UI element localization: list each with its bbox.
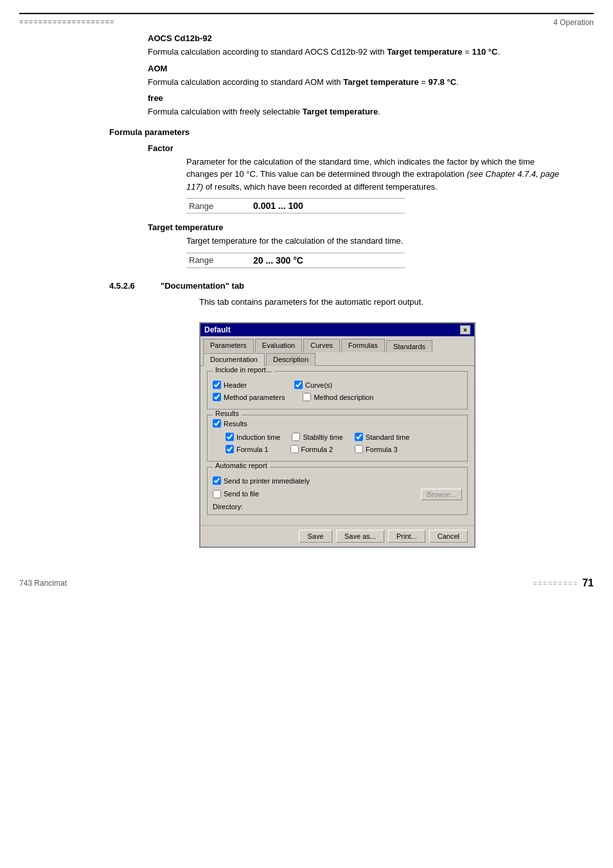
method-params-label: Method parameters <box>224 393 285 401</box>
include-row1: Header Curve(s) <box>213 381 462 390</box>
formula1-label: Formula 1 <box>236 446 269 453</box>
stability-label: Stabiltiy time <box>303 433 342 441</box>
dialog-container: Default × Parameters Evaluation Curves F… <box>199 322 475 548</box>
factor-label: Factor <box>148 143 568 153</box>
formula3-checkbox[interactable] <box>355 445 363 453</box>
cb-results-item: Results <box>213 419 247 428</box>
page-header: ==================== 4 Operation <box>19 13 594 27</box>
method-params-checkbox[interactable] <box>213 393 221 401</box>
main-content: AOCS Cd12b-92 Formula calculation accord… <box>148 33 568 548</box>
send-file-checkbox[interactable] <box>213 490 221 498</box>
send-printer-checkbox[interactable] <box>213 476 221 485</box>
aocs-desc: Formula calculation according to standar… <box>148 46 568 59</box>
cb-formula1-item: Formula 1 <box>226 445 269 453</box>
cb-formula2-item: Formula 2 <box>290 445 333 453</box>
aocs-section: AOCS Cd12b-92 Formula calculation accord… <box>148 33 568 118</box>
standard-label: Standard time <box>366 433 409 441</box>
factor-range-value: 0.001 ... 100 <box>253 201 303 211</box>
formula-params-heading: Formula parameters <box>109 127 568 137</box>
dialog-titlebar: Default × <box>200 323 474 336</box>
results-group: Results Results Induction time <box>207 415 468 462</box>
dialog-title: Default <box>204 325 231 334</box>
cb-method-params-item: Method parameters <box>213 393 285 401</box>
header-checkbox-label: Header <box>224 381 247 389</box>
include-group-title: Include in report... <box>213 366 274 374</box>
factor-range-label: Range <box>189 201 253 211</box>
tab-documentation[interactable]: Documentation <box>203 353 265 366</box>
formula1-checkbox[interactable] <box>226 445 234 453</box>
directory-row: Directory: <box>213 503 462 511</box>
send-printer-label: Send to printer immediately <box>224 477 310 485</box>
tab-curves[interactable]: Curves <box>303 339 340 352</box>
section-title: "Documentation" tab <box>161 281 244 291</box>
results-row1: Induction time Stabiltiy time Standard t… <box>226 433 462 442</box>
print-button[interactable]: Print... <box>388 530 425 543</box>
dialog-tabs: Parameters Evaluation Curves Formulas St… <box>200 336 474 366</box>
cb-method-desc-item: Method description <box>303 393 373 401</box>
browse-button[interactable]: Browse... <box>421 489 462 500</box>
dialog-window: Default × Parameters Evaluation Curves F… <box>199 322 475 548</box>
footer-right: ========= 71 <box>533 577 594 589</box>
send-file-label: Send to file <box>224 490 259 498</box>
auto-report-group: Automatic report Send to printer immedia… <box>207 467 468 515</box>
results-main-row: Results <box>213 419 462 429</box>
cancel-button[interactable]: Cancel <box>429 530 468 543</box>
header-checkbox[interactable] <box>213 381 221 389</box>
section-4526-heading: 4.5.2.6 "Documentation" tab <box>109 281 568 291</box>
curves-checkbox[interactable] <box>294 381 303 389</box>
free-title: free <box>148 93 568 103</box>
aom-title: AOM <box>148 64 568 73</box>
formula-params-section: Formula parameters Factor Parameter for … <box>109 127 568 268</box>
target-range-table: Range 20 ... 300 °C <box>186 253 405 268</box>
results-checkbox[interactable] <box>213 419 221 428</box>
cb-header-item: Header <box>213 381 247 389</box>
tab-standards[interactable]: Standards <box>386 340 432 352</box>
stability-checkbox[interactable] <box>292 433 300 441</box>
cb-send-file-item: Send to file <box>213 490 259 498</box>
target-temp-label: Target temperature <box>148 222 568 232</box>
curves-checkbox-label: Curve(s) <box>305 381 332 389</box>
send-printer-row: Send to printer immediately <box>213 476 462 486</box>
section-number: 4.5.2.6 <box>109 281 161 291</box>
factor-italic: (see Chapter 4.7.4, page 117) <box>186 169 559 192</box>
directory-label: Directory: <box>213 503 243 511</box>
cb-curves-item: Curve(s) <box>294 381 332 389</box>
tab-parameters[interactable]: Parameters <box>203 339 254 352</box>
formula2-checkbox[interactable] <box>290 445 299 453</box>
aom-desc: Formula calculation according to standar… <box>148 76 568 89</box>
results-label: Results <box>224 420 247 428</box>
footer-page: 71 <box>582 577 594 589</box>
save-button[interactable]: Save <box>299 530 332 543</box>
aocs-title: AOCS Cd12b-92 <box>148 33 568 43</box>
formula3-label: Formula 3 <box>366 446 398 453</box>
standard-checkbox[interactable] <box>355 433 363 441</box>
factor-desc: Parameter for the calculation of the sta… <box>186 156 568 194</box>
results-group-title: Results <box>213 410 242 417</box>
cb-standard-item: Standard time <box>355 433 409 441</box>
free-desc: Formula calculation with freely selectab… <box>148 105 568 118</box>
include-row2: Method parameters Method description <box>213 393 462 402</box>
results-row2: Formula 1 Formula 2 Formula 3 <box>226 445 462 455</box>
section-desc: This tab contains parameters for the aut… <box>199 296 568 309</box>
tab-formulas[interactable]: Formulas <box>341 339 385 352</box>
target-range-value: 20 ... 300 °C <box>253 255 303 266</box>
factor-range-row: Range 0.001 ... 100 <box>186 199 405 213</box>
method-desc-checkbox[interactable] <box>303 393 311 401</box>
target-range-row: Range 20 ... 300 °C <box>186 253 405 267</box>
include-group: Include in report... Header Curve(s) <box>207 371 468 410</box>
tab-evaluation[interactable]: Evaluation <box>255 339 302 352</box>
target-range-label: Range <box>189 255 253 265</box>
footer-dots: ========= <box>533 580 579 587</box>
dialog-close-button[interactable]: × <box>460 325 470 334</box>
results-inner: Induction time Stabiltiy time Standard t… <box>213 433 462 455</box>
cb-induction-item: Induction time <box>226 433 280 441</box>
dialog-body: Include in report... Header Curve(s) <box>200 366 474 525</box>
cb-send-printer-item: Send to printer immediately <box>213 476 310 485</box>
formula2-label: Formula 2 <box>301 446 333 453</box>
save-as-button[interactable]: Save as... <box>336 530 384 543</box>
header-right: 4 Operation <box>553 18 594 27</box>
induction-checkbox[interactable] <box>226 433 234 441</box>
tab-description[interactable]: Description <box>266 353 315 366</box>
cb-stability-item: Stabiltiy time <box>292 433 342 441</box>
send-file-row: Send to file Browse... <box>213 489 462 500</box>
